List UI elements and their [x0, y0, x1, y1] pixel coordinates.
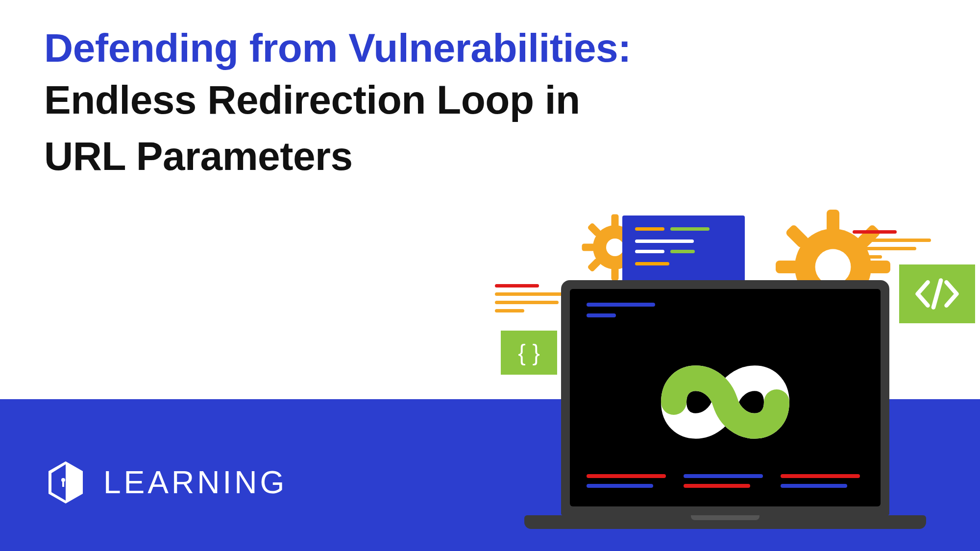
brace-right: }	[533, 339, 540, 366]
svg-rect-15	[827, 210, 839, 233]
shield-hex-icon	[47, 460, 85, 504]
svg-point-23	[815, 249, 851, 285]
title-line-2: URL Parameters	[44, 131, 956, 182]
svg-line-24	[933, 280, 941, 307]
brace-left: {	[518, 339, 525, 366]
heading-block: Defending from Vulnerabilities: Endless …	[44, 27, 956, 181]
svg-rect-7	[582, 244, 595, 251]
promo-card: Defending from Vulnerabilities: Endless …	[0, 0, 980, 551]
curly-braces-icon: { }	[501, 331, 557, 375]
code-tag-icon	[899, 264, 975, 323]
svg-rect-17	[776, 261, 799, 273]
laptop-icon	[561, 280, 889, 515]
code-window-icon	[622, 216, 745, 289]
code-lines-icon	[587, 474, 864, 494]
laptop-base	[524, 515, 926, 529]
code-lines-icon	[587, 303, 864, 317]
infinity-loop-icon	[622, 353, 828, 451]
kicker-text: Defending from Vulnerabilities:	[44, 27, 956, 69]
title-line-1: Endless Redirection Loop in	[44, 75, 956, 125]
svg-point-13	[606, 239, 624, 256]
illustration: { }	[505, 216, 946, 529]
brand-text: LEARNING	[103, 464, 287, 501]
brand-lockup: LEARNING	[47, 460, 287, 504]
svg-rect-5	[612, 215, 619, 228]
code-snippet-icon	[853, 230, 936, 264]
svg-rect-6	[612, 267, 619, 281]
laptop-screen	[570, 289, 881, 506]
svg-rect-3	[62, 480, 64, 487]
